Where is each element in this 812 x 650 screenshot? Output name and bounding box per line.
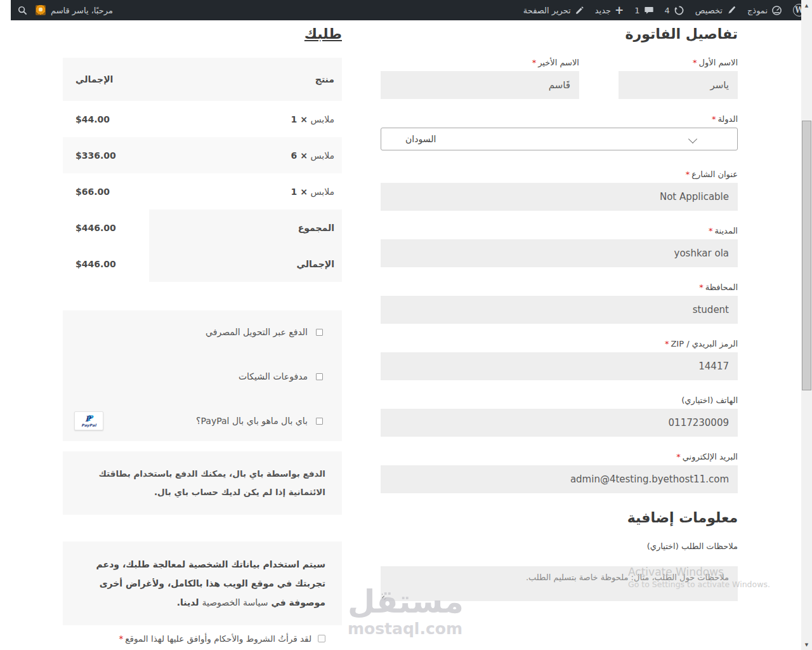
paypal-radio[interactable]	[316, 418, 323, 425]
bank-transfer-radio[interactable]	[316, 329, 323, 336]
zip-field[interactable]	[381, 352, 738, 380]
email-field[interactable]	[381, 465, 738, 493]
street-group: عنوان الشارع*	[381, 169, 738, 211]
order-notes-field[interactable]	[381, 566, 738, 601]
pencil-icon	[575, 6, 584, 15]
avatar	[36, 5, 46, 15]
privacy-policy-link[interactable]: سياسة الخصوصية	[202, 597, 268, 607]
order-item-row: ملابس × 1 $66.00	[63, 173, 342, 209]
bank-transfer-label[interactable]: الدفع عبر التحويل المصرفي	[206, 327, 308, 337]
payment-method-check: مدفوعات الشيكات	[79, 370, 323, 383]
billing-heading: تفاصيل الفاتورة	[381, 25, 738, 44]
first-name-label: الاسم الأول*	[619, 58, 738, 67]
subtotal-label: المجموع	[149, 209, 342, 246]
product-name: ملابس	[310, 150, 334, 161]
admin-bar-main-group: W نموذج تخصيص	[523, 0, 806, 20]
admin-search[interactable]	[17, 0, 28, 20]
city-label: المدينة*	[381, 226, 738, 235]
paypal-pp-icon: P P	[85, 415, 93, 423]
check-payments-radio[interactable]	[316, 373, 323, 380]
product-qty: × 1	[291, 114, 308, 124]
line-total: $66.00	[75, 187, 110, 197]
last-name-field[interactable]	[381, 71, 579, 99]
updates-icon	[674, 5, 684, 16]
search-icon	[17, 5, 28, 16]
phone-group: الهاتف (اختياري)	[381, 395, 738, 437]
country-group: الدولة* السودان	[381, 114, 738, 150]
paypal-label[interactable]: باي بال ماهو باي بال PayPal؟	[196, 416, 308, 426]
dashboard-gauge-icon	[771, 5, 782, 16]
order-table-header-row: منتج الإجمالي	[63, 58, 342, 101]
customize-label: تخصيص	[695, 6, 723, 15]
vertical-scrollbar[interactable]: ▲ ▼	[801, 0, 812, 650]
email-label: البريد الإلكتروني*	[381, 452, 738, 461]
scrollbar-up-arrow[interactable]: ▲	[801, 0, 812, 11]
terms-checkbox[interactable]	[318, 635, 325, 642]
total-row: الإجمالي $446.00	[63, 246, 342, 282]
phone-label: الهاتف (اختياري)	[381, 395, 738, 405]
payment-method-bank-transfer: الدفع عبر التحويل المصرفي	[79, 326, 323, 338]
city-field[interactable]	[381, 239, 738, 267]
site-name-label: نموذج	[747, 6, 768, 15]
edit-page-label: تحرير الصفحة	[523, 6, 571, 15]
scrollbar-down-arrow[interactable]: ▼	[801, 639, 812, 650]
privacy-text-after: لدينا.	[177, 597, 199, 607]
terms-label[interactable]: لقد قرأتُ الشروط والأحكام وأوافق عليها ل…	[119, 633, 311, 644]
phone-field[interactable]	[381, 409, 738, 437]
check-payments-label[interactable]: مدفوعات الشيكات	[239, 371, 308, 381]
state-label: المحافظة*	[381, 282, 738, 292]
first-name-group: الاسم الأول*	[619, 58, 738, 99]
additional-info-heading: معلومات إضافية	[381, 508, 738, 527]
order-notes-wrap	[381, 566, 738, 601]
mostaql-domain-wordmark: mostaql.com	[348, 621, 462, 637]
terms-row: لقد قرأتُ الشروط والأحكام وأوافق عليها ل…	[63, 633, 325, 644]
country-label: الدولة*	[381, 114, 738, 124]
chevron-down-icon	[688, 135, 697, 143]
your-order-heading: طلبك	[63, 25, 342, 44]
scrollbar-thumb[interactable]	[802, 121, 811, 390]
order-notes-label: ملاحظات الطلب (اختياري)	[381, 541, 738, 551]
new-content-menu[interactable]: + جديد	[595, 0, 624, 20]
customize-menu[interactable]: تخصيص	[695, 0, 737, 20]
zip-group: الرمز البريدي / ZIP*	[381, 339, 738, 380]
paintbrush-icon	[726, 5, 737, 15]
comment-bubble-icon	[644, 5, 654, 15]
last-name-group: الاسم الأخير*	[381, 58, 579, 99]
state-field[interactable]	[381, 296, 738, 324]
my-account-menu[interactable]: مرحبًا، ياسر قاسم	[36, 0, 113, 20]
order-item-row: ملابس × 1 $44.00	[63, 101, 342, 137]
new-label: جديد	[595, 6, 611, 15]
total-column-header: الإجمالي	[63, 58, 149, 101]
product-qty: × 6	[291, 150, 308, 161]
payment-methods-panel: الدفع عبر التحويل المصرفي مدفوعات الشيكا…	[63, 310, 342, 441]
comments-menu[interactable]: 1	[634, 0, 653, 20]
payment-method-paypal: باي بال ماهو باي بال PayPal؟ P P PayPal	[79, 415, 323, 427]
street-label: عنوان الشارع*	[381, 169, 738, 179]
plus-icon: +	[615, 5, 624, 16]
last-name-label: الاسم الأخير*	[381, 58, 579, 67]
billing-details-section: تفاصيل الفاتورة الاسم الأول* الاسم الأخي…	[381, 20, 738, 601]
greeting-label: مرحبًا، ياسر قاسم	[51, 6, 113, 15]
subtotal-row: المجموع $446.00	[63, 209, 342, 246]
paypal-description-text: الدفع بواسطة باي بال، يمكنك الدفع باستخد…	[98, 468, 325, 497]
comments-count: 1	[634, 6, 639, 15]
updates-menu[interactable]: 4	[665, 0, 684, 20]
site-name-menu[interactable]: نموذج	[747, 0, 782, 20]
line-total: $336.00	[75, 150, 116, 161]
line-total: $44.00	[75, 114, 110, 124]
admin-bar-secondary-group: مرحبًا، ياسر قاسم	[17, 0, 113, 20]
paypal-wordmark: PayPal	[81, 423, 96, 427]
first-name-field[interactable]	[619, 71, 738, 99]
state-group: المحافظة*	[381, 282, 738, 324]
city-group: المدينة*	[381, 226, 738, 267]
street-address-field[interactable]	[381, 183, 738, 211]
product-name: ملابس	[310, 187, 334, 197]
order-review-section: طلبك منتج الإجمالي ملابس × 1 $44.00 ملاب…	[63, 20, 342, 650]
wp-admin-bar: W نموذج تخصيص	[11, 0, 812, 20]
email-group: البريد الإلكتروني*	[381, 452, 738, 493]
country-select[interactable]: السودان	[381, 128, 738, 150]
zip-label: الرمز البريدي / ZIP*	[381, 339, 738, 348]
product-name: ملابس	[310, 114, 334, 124]
paypal-logo: P P PayPal	[74, 411, 103, 430]
edit-page-menu[interactable]: تحرير الصفحة	[523, 0, 584, 20]
